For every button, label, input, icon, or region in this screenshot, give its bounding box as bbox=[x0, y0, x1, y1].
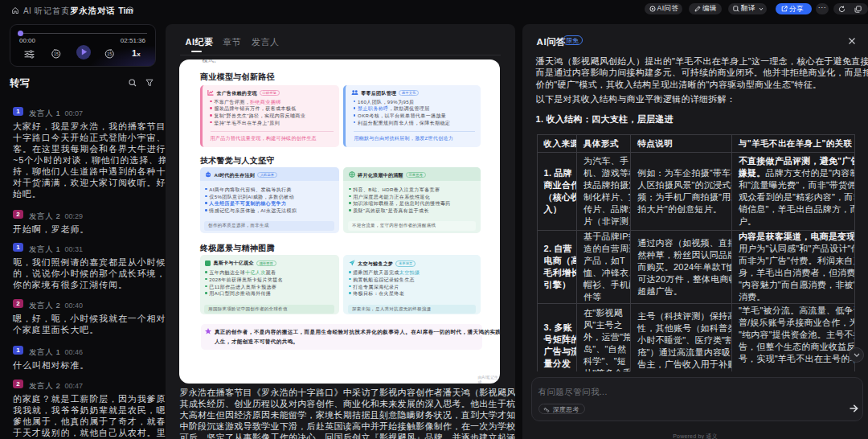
svg-text:15: 15 bbox=[107, 51, 112, 56]
svg-text:15: 15 bbox=[54, 51, 59, 56]
